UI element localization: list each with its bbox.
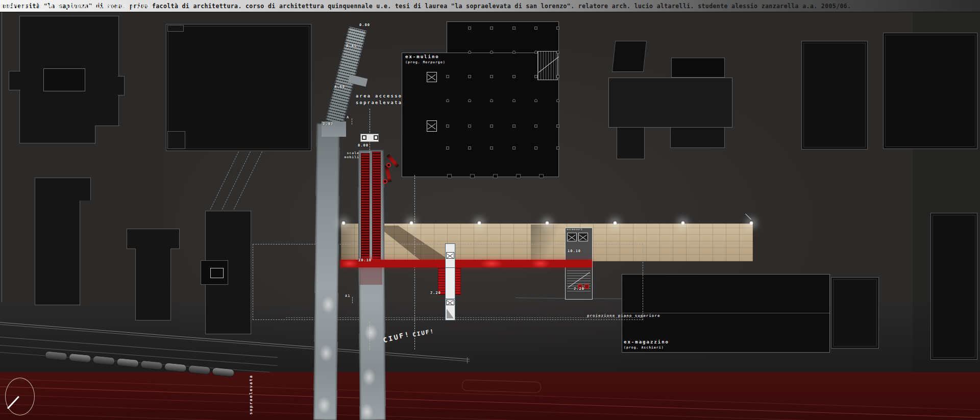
ex-mulino-main <box>402 53 559 177</box>
sheet-info-text: tavola01. pianta livello I. scala 1:200. <box>0 3 157 10</box>
pylon-west <box>313 123 340 420</box>
train-wagon <box>212 367 235 377</box>
mulino-column <box>512 27 516 30</box>
mulino-column <box>512 125 516 128</box>
mulino-column <box>534 51 537 54</box>
building-n2-box-tl <box>167 25 184 32</box>
mulino-tooth <box>516 174 521 178</box>
mulino-column <box>468 75 471 78</box>
mulino-tooth <box>493 174 498 178</box>
mulino-column <box>556 75 559 78</box>
elevator-shaft-joint-2 <box>446 299 455 299</box>
mulino-column <box>556 27 559 30</box>
building-w3-annex-core <box>210 268 224 278</box>
mulino-column <box>490 125 493 128</box>
walkway-glow-3 <box>531 259 550 268</box>
building-ne2 <box>801 41 868 150</box>
building-ne1-foot-right <box>670 128 725 148</box>
tower-label: ascensori <box>567 228 583 231</box>
building-w1-notch <box>80 201 91 306</box>
walkway-red <box>340 260 592 267</box>
mulino-column <box>490 27 493 30</box>
platform-light <box>545 220 550 226</box>
platform-light <box>680 220 685 226</box>
sopraelevata-vertical-label: sopraelevata <box>249 375 253 414</box>
building-magazzino-annex <box>831 277 879 349</box>
mulino-column <box>512 99 516 102</box>
escalator-band-right <box>372 152 381 262</box>
train-wagon <box>188 365 211 375</box>
ex-mulino-credit: (prog. Morpurgo) <box>405 60 446 64</box>
train-wagon <box>116 358 139 368</box>
ex-mulino-label: ex-mulino <box>405 54 439 59</box>
drawing-board: ex-mulino (prog. Morpurgo) ex-magazzino … <box>0 0 980 420</box>
mulino-column <box>556 146 559 150</box>
proiezione-label: proiezione piano superiore <box>587 313 660 318</box>
building-nw-courtyard <box>43 68 85 91</box>
ex-mulino-elevator-2 <box>427 120 437 132</box>
section-marker-a1-tick <box>352 297 353 303</box>
mulino-column <box>490 146 493 150</box>
train-wagon <box>140 360 163 370</box>
mulino-column <box>490 75 493 78</box>
red-arm-joint-2 <box>383 179 387 184</box>
mulino-column <box>468 125 471 128</box>
train-wagon <box>92 355 115 365</box>
mulino-column <box>490 51 493 54</box>
scale-mobili-line1: scale <box>341 151 359 155</box>
building-w2-stem <box>135 249 171 320</box>
logo-circle <box>5 378 35 415</box>
shaft-elevator-lower <box>446 300 454 305</box>
building-ne1-bar <box>671 58 725 78</box>
mulino-column <box>534 125 537 128</box>
mulino-column <box>446 99 449 102</box>
shaft-elevator-upper <box>446 252 454 259</box>
mulino-column <box>556 125 559 128</box>
building-ne3 <box>883 33 977 149</box>
pylon-red-tint <box>360 267 382 285</box>
elevator-shaft-joint-1 <box>446 267 455 268</box>
platform-light <box>477 220 482 226</box>
road-lane-box <box>462 380 542 393</box>
mulino-column <box>556 99 559 102</box>
platform-light <box>341 220 346 226</box>
mulino-column <box>534 27 537 30</box>
platform-light <box>612 220 618 226</box>
ex-mulino-upper <box>447 21 559 53</box>
building-w2-top <box>127 229 180 249</box>
pylon-glow <box>360 403 374 420</box>
ex-magazzino-credit: (prog. Aschieri) <box>624 345 664 350</box>
area-accesso-line2: sopraelevata <box>356 100 402 105</box>
section-line-kiosk <box>370 109 370 153</box>
pylon-glow <box>317 397 331 414</box>
section-marker-a-tick <box>352 118 352 125</box>
pylon-glow <box>320 344 333 362</box>
platform-light <box>749 220 754 226</box>
scale-mobili-line2: mobili <box>341 155 359 159</box>
mulino-column <box>534 75 537 78</box>
road-edge-tick <box>467 357 468 363</box>
tower-elevator-1 <box>567 233 577 241</box>
mulino-column <box>490 99 493 102</box>
area-accesso-line1: area accesso <box>356 93 402 98</box>
ex-magazzino-label: ex-magazzino <box>624 339 669 344</box>
entry-kiosk-door-right <box>374 135 378 140</box>
pylon-glow <box>322 296 335 313</box>
left-edge-line <box>2 12 2 302</box>
pylon-glow <box>362 368 376 386</box>
mulino-column <box>446 146 449 150</box>
pylon-glow <box>364 324 378 341</box>
building-ne1-main <box>608 78 732 128</box>
walkway-glow-1 <box>341 259 358 268</box>
building-n2-box-bl <box>167 131 185 149</box>
train-wagon <box>44 351 67 361</box>
mulino-column <box>534 146 537 150</box>
section-marker-a: A <box>347 115 349 119</box>
section-marker-a1: A1 <box>345 294 350 298</box>
mulino-column <box>556 51 559 54</box>
mulino-tooth <box>539 174 544 178</box>
walkway-glow-2 <box>480 259 503 268</box>
escalator-band-left <box>361 153 370 262</box>
tower-red-marker-2 <box>584 284 589 289</box>
building-n2 <box>166 24 311 151</box>
